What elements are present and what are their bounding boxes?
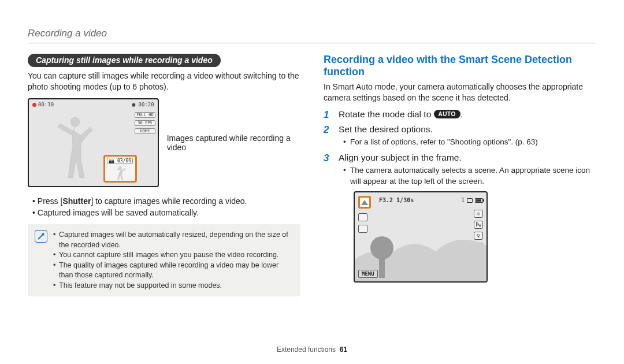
step-1: Rotate the mode dial to AUTO.	[324, 109, 596, 120]
note-list: Captured images will be automatically re…	[53, 230, 294, 291]
section-heading: Recording a video with the Smart Scene D…	[324, 54, 596, 78]
breadcrumb: Recording a video	[28, 28, 596, 39]
quality-icon: FULL HD	[135, 112, 155, 118]
landscape-scene-icon	[361, 200, 368, 205]
menu-button-label: MENU	[358, 270, 378, 278]
svg-point-3	[370, 236, 393, 259]
page-footer: Extended functions 61	[0, 346, 624, 354]
divider	[28, 43, 596, 43]
note-item: The quality of images captured while rec…	[53, 261, 294, 281]
right-column: Recording a video with the Smart Scene D…	[324, 54, 596, 296]
home-icon: HOME	[135, 128, 155, 134]
thumb-counter: 📷 03/06	[107, 158, 133, 164]
smile-icon: ☺	[474, 210, 483, 218]
scene-icon-highlight	[358, 196, 371, 209]
left-intro: You can capture still images while recor…	[28, 70, 300, 92]
exposure-readout: F3.2 1/30s	[379, 197, 414, 203]
dancer-silhouette-icon	[55, 114, 99, 183]
svg-point-0	[70, 117, 80, 127]
left-bullets: Press [Shutter] to capture images while …	[28, 195, 300, 219]
subsection-pill: Capturing still images while recording a…	[28, 54, 221, 67]
camera-lcd-scene-detect: F3.2 1/30s 1 ☺ Pw ⚲ ▲	[354, 191, 488, 283]
note-icon	[35, 230, 47, 243]
lcd-top-right: 1	[461, 197, 483, 203]
figure-caption: Images captured while recording a video	[167, 133, 300, 152]
right-intro: In Smart Auto mode, your camera automati…	[324, 81, 596, 103]
note-item: Captured images will be automatically re…	[53, 230, 294, 250]
remain-time: ■ 00:20	[132, 102, 154, 107]
card-icon	[467, 198, 473, 203]
step-3-sub: The camera automatically selects a scene…	[343, 165, 596, 187]
left-column: Capturing still images while recording a…	[28, 54, 300, 296]
two-column-layout: Capturing still images while recording a…	[28, 54, 596, 296]
captured-thumbnail: 📷 03/06	[103, 155, 137, 183]
bullet-shutter: Press [Shutter] to capture images while …	[32, 195, 300, 207]
auto-mode-badge: AUTO	[434, 110, 460, 118]
camera-lcd-recording: 00:10 ■ 00:20 FULL HD 30 FPS HOME 📷 03/0…	[28, 98, 159, 187]
bullet-autosave: Captured images will be saved automatica…	[32, 207, 300, 218]
step-3: Align your subject in the frame. The cam…	[324, 153, 596, 283]
fps-icon: 30 FPS	[135, 120, 155, 126]
note-item: This feature may not be supported in som…	[53, 281, 294, 291]
record-dot-icon	[32, 103, 36, 107]
steps-list: Rotate the mode dial to AUTO. Set the de…	[324, 109, 596, 283]
figure-row: 00:10 ■ 00:20 FULL HD 30 FPS HOME 📷 03/0…	[28, 98, 300, 187]
lcd-side-icons: FULL HD 30 FPS HOME	[135, 112, 155, 134]
note-box: Captured images will be automatically re…	[28, 224, 300, 296]
battery-icon	[475, 198, 483, 203]
note-item: You cannot capture still images when you…	[53, 250, 294, 261]
rec-time: 00:10	[32, 102, 54, 107]
step-2-sub: For a list of options, refer to "Shootin…	[343, 137, 596, 148]
thumb-dancer-icon	[112, 165, 128, 181]
step-2: Set the desired options. For a list of o…	[324, 124, 596, 148]
